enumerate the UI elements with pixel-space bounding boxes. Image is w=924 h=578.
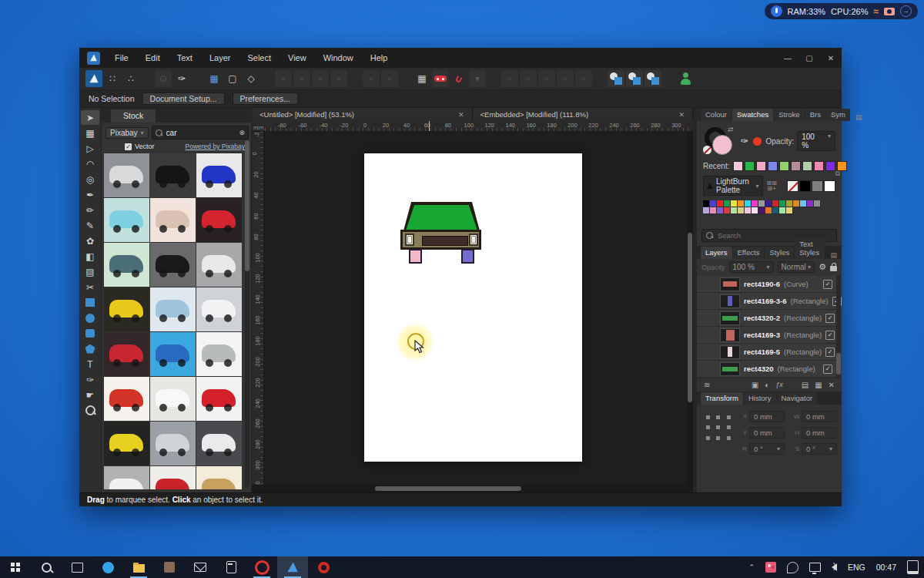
palette-swatch[interactable] (772, 207, 779, 214)
boolean-intersect-button[interactable] (644, 70, 661, 87)
canvas-viewport[interactable] (264, 132, 693, 485)
clear-search-icon[interactable]: ⊗ (239, 129, 246, 136)
stock-provider-dropdown[interactable]: Pixabay ▾ (105, 127, 149, 139)
volume-icon[interactable] (826, 556, 842, 578)
close-tab-icon[interactable]: ✕ (458, 111, 464, 119)
recent-swatch[interactable] (745, 161, 755, 171)
transform-input-s[interactable]: 0 °▾ (802, 443, 837, 455)
disabled-button-4[interactable]: ▫ (557, 70, 574, 87)
layer-effects-icon[interactable]: ƒx (775, 381, 783, 389)
tab-navigator[interactable]: Navigator (777, 392, 818, 405)
transform-input-y[interactable]: 0 mm (749, 427, 785, 439)
menu-text[interactable]: Text (169, 48, 201, 68)
stock-thumbnail[interactable] (104, 287, 149, 331)
stock-thumbnail[interactable] (150, 287, 196, 331)
no-colour-swatch[interactable] (787, 180, 798, 192)
palette-swatch[interactable] (724, 200, 731, 207)
vector-brush-tool[interactable]: ✎ (81, 218, 99, 233)
place-image-button[interactable]: ⊙ (155, 70, 172, 87)
palette-swatch[interactable] (758, 200, 765, 207)
anchor-dot[interactable] (716, 425, 720, 429)
distribute-button[interactable]: ▫ (381, 70, 398, 87)
menu-file[interactable]: File (106, 48, 137, 68)
file-explorer[interactable] (123, 556, 154, 578)
palette-swatch[interactable] (765, 207, 772, 214)
node-tool[interactable]: ▷ (81, 141, 99, 156)
align-button[interactable]: ▫ (363, 70, 380, 87)
recent-swatch[interactable] (779, 161, 789, 171)
anchor-dot[interactable] (716, 415, 720, 419)
stroke-fill-wells[interactable]: ⇄ (703, 127, 736, 155)
stock-scrollbar[interactable] (245, 140, 249, 488)
preferences-button[interactable]: Preferences... (233, 92, 298, 105)
palette-swatch[interactable] (745, 200, 752, 207)
stock-thumbnail[interactable] (104, 332, 149, 376)
clock[interactable]: 00:47 (871, 556, 902, 578)
anchor-dot[interactable] (716, 436, 720, 440)
no-colour-well[interactable] (703, 146, 711, 154)
start-button[interactable] (0, 556, 31, 578)
disabled-button-3[interactable]: ▫ (538, 70, 555, 87)
vector-persona-button[interactable] (85, 70, 102, 87)
adjustment-layer-icon[interactable]: ◐ (765, 381, 769, 389)
zoom-tool[interactable] (81, 403, 99, 418)
corner-tool[interactable]: ◠ (81, 156, 99, 171)
palette-swatch[interactable] (752, 200, 758, 207)
anchor-dot[interactable] (706, 415, 710, 419)
tab-text-styles[interactable]: Text Styles (795, 238, 825, 259)
grid-toggle-button[interactable]: ▦ (413, 70, 430, 87)
transform-input-w[interactable]: 0 mm (802, 411, 837, 422)
recent-swatch[interactable] (825, 161, 835, 171)
document-setup-button[interactable]: Document Setup... (142, 92, 225, 105)
pencil-tool[interactable]: ✏ (81, 203, 99, 217)
search-button[interactable] (31, 556, 62, 578)
car-wheel-right[interactable] (461, 249, 474, 264)
picture-frame-tool[interactable]: ▤ (81, 264, 99, 279)
snapping-toggle-button[interactable]: ∪ (447, 67, 470, 89)
eyedropper-icon[interactable]: ✑ (741, 136, 748, 146)
tab-sym[interactable]: Sym (826, 109, 850, 121)
document-page[interactable] (364, 153, 582, 462)
boolean-add-button[interactable] (608, 70, 624, 87)
snap-grid-button[interactable]: ▦ (206, 70, 223, 87)
paint-brush-tool[interactable]: ✿ (81, 234, 99, 248)
style-picker-button[interactable]: ✑ (173, 70, 190, 87)
quick-swatch[interactable] (824, 180, 835, 192)
car-windshield[interactable] (406, 205, 477, 230)
tab-stroke[interactable]: Stroke (774, 109, 804, 121)
recent-swatch[interactable] (814, 161, 824, 171)
stock-thumbnail[interactable] (104, 377, 149, 421)
quick-swatch[interactable] (799, 180, 811, 192)
crop-tool[interactable]: ✂ (81, 280, 99, 294)
palette-swatch[interactable] (758, 207, 765, 214)
car-headlight-left[interactable] (405, 234, 414, 246)
link-dimensions-icon[interactable]: ⧉ (835, 170, 840, 178)
mask-layer-icon[interactable]: ▣ (752, 381, 758, 389)
tab-layers[interactable]: Layers (701, 247, 732, 259)
transform-input-h[interactable]: 0 mm (802, 427, 837, 439)
layer-visibility-checkbox[interactable]: ✓ (825, 331, 835, 340)
fill-colour-well[interactable] (712, 135, 732, 155)
minimize-button[interactable]: — (777, 48, 798, 68)
meet-now-icon[interactable] (760, 556, 782, 578)
stock-thumbnail[interactable] (196, 332, 242, 376)
blend-mode-dropdown[interactable]: Normal ▾ (778, 261, 815, 273)
tab-untitled[interactable]: <Untitled> [Modified] (53.1%) ✕ (252, 108, 473, 121)
swap-colours-icon[interactable]: ⇄ (728, 126, 734, 133)
car-headlight-right[interactable] (469, 234, 478, 246)
stock-thumbnail[interactable] (104, 153, 149, 197)
tab-embedded[interactable]: <Embedded> [Modified] (111.8%) ✕ (473, 108, 694, 121)
palette-swatch[interactable] (772, 200, 779, 207)
layer-visibility-checkbox[interactable]: ✓ (823, 365, 832, 374)
panel-menu-icon[interactable]: ▤ (825, 251, 842, 259)
recent-swatch[interactable] (768, 161, 778, 171)
layer-visibility-checkbox[interactable]: ✓ (825, 314, 835, 323)
colour-picker-tool[interactable]: ✑ (81, 372, 99, 387)
palette-swatch[interactable] (779, 207, 786, 214)
stock-thumbnail[interactable] (104, 243, 149, 287)
palette-swatch[interactable] (731, 207, 738, 214)
stock-thumbnail[interactable] (150, 422, 196, 465)
tab-transform[interactable]: Transform (701, 392, 743, 405)
close-tab-icon[interactable]: ✕ (678, 111, 685, 119)
palette-swatch[interactable] (731, 200, 738, 207)
